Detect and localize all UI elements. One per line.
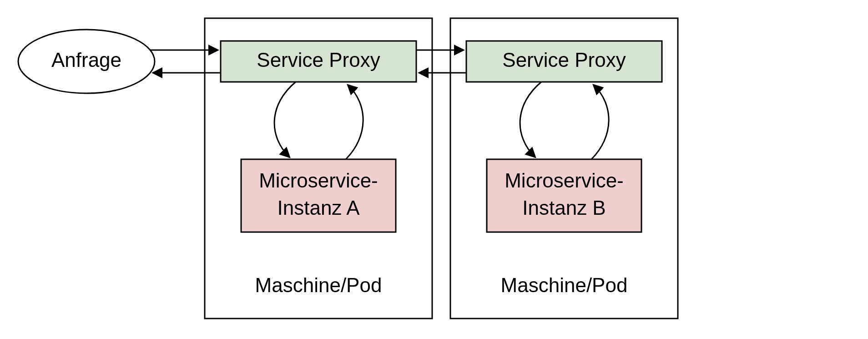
pod-a-service-line2: Instanz A	[277, 197, 360, 219]
pod-b-title: Maschine/Pod	[501, 274, 628, 296]
pod-a-title: Maschine/Pod	[255, 274, 382, 296]
pod-b-service-line2: Instanz B	[522, 197, 606, 219]
pod-a-proxy-label: Service Proxy	[257, 49, 380, 71]
request-label: Anfrage	[51, 49, 121, 71]
service-mesh-diagram: Anfrage Service Proxy Microservice- Inst…	[0, 0, 868, 339]
pod-b-service-line1: Microservice-	[505, 169, 624, 192]
pod-b-proxy-label: Service Proxy	[502, 49, 626, 71]
pod-a-service-line1: Microservice-	[259, 169, 378, 192]
